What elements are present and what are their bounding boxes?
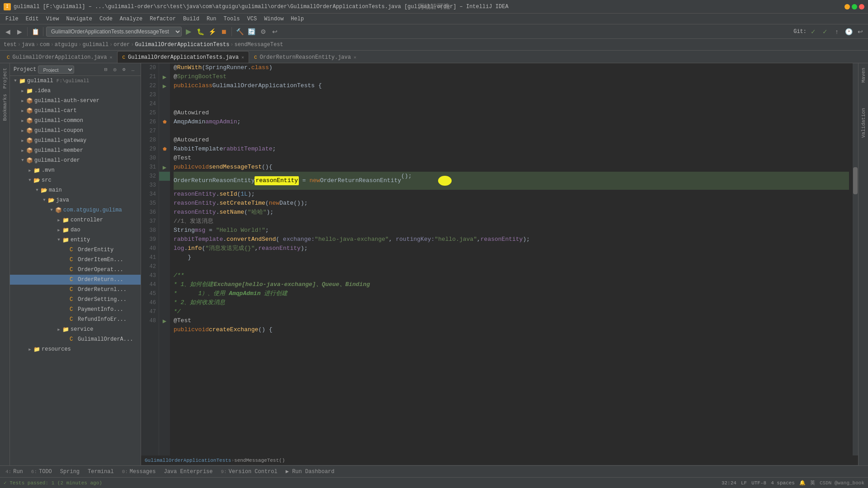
tree-item-member[interactable]: ▶ 📦 gulimall-member <box>10 145 141 155</box>
charset-indicator[interactable]: UTF-8 <box>751 480 766 486</box>
tree-item-refund-info[interactable]: C RefundInfoEr... <box>10 314 141 324</box>
tree-item-order[interactable]: ▼ 📦 gulimall-order <box>10 155 141 165</box>
left-vtab-project[interactable]: Project <box>1 65 9 91</box>
tree-item-java[interactable]: ▼ 📂 java <box>10 195 141 205</box>
run-config-select[interactable]: GulimallOrderApplicationTests.sendMessag… <box>46 27 182 37</box>
tab-order-return-reason[interactable]: C OrderReturnReasonEntity.java ✕ <box>249 51 361 63</box>
maximize-button[interactable] <box>852 4 857 9</box>
breadcrumb-atguigu[interactable]: atguigu <box>55 42 77 48</box>
menu-code[interactable]: Code <box>96 15 116 23</box>
tree-item-dao[interactable]: ▶ 📁 dao <box>10 225 141 235</box>
menu-navigate[interactable]: Navigate <box>62 15 96 23</box>
tree-item-pkg[interactable]: ▼ 📦 com.atguigu.gulima <box>10 205 141 215</box>
bottom-tab-todo[interactable]: 6: TODO <box>28 467 56 477</box>
tree-item-payment-info[interactable]: C PaymentInfo... <box>10 305 141 314</box>
menu-build[interactable]: Build <box>179 15 203 23</box>
bottom-tab-version-control[interactable]: 9: Version Control <box>217 467 281 477</box>
tree-item-entity[interactable]: ▼ 📁 entity <box>10 235 141 245</box>
tree-item-order-entity[interactable]: C OrderEntity <box>10 245 141 255</box>
locate-button[interactable]: ◎ <box>111 66 119 74</box>
bottom-tab-run-dashboard[interactable]: ▶ Run Dashboard <box>282 467 338 477</box>
gutter-run-22[interactable]: ▶ <box>163 82 166 90</box>
menu-tools[interactable]: Tools <box>220 15 244 23</box>
tree-item-order-item-entity[interactable]: C OrderItemEn... <box>10 255 141 265</box>
right-tab-validation[interactable]: Validation <box>860 105 867 141</box>
breadcrumb-java[interactable]: java <box>22 42 35 48</box>
close-button[interactable] <box>859 4 864 9</box>
menu-file[interactable]: File <box>2 15 22 23</box>
menu-analyze[interactable]: Analyze <box>116 15 146 23</box>
tree-item-idea[interactable]: ▶ 📁 .idea <box>10 86 141 96</box>
expand-button[interactable]: … <box>129 66 137 74</box>
code-editor[interactable]: @RunWith(SpringRunner.class) @SpringBoot… <box>170 63 853 455</box>
tree-item-gulimall[interactable]: ▼ 📁 gulimall F:\gulimall <box>10 76 141 86</box>
recent-files-button[interactable]: 📋 <box>30 27 40 37</box>
run-button[interactable]: ▶ <box>184 27 193 37</box>
breadcrumb-method[interactable]: sendMessageTest <box>235 42 283 48</box>
tab-gulimall-order-app[interactable]: C GulimallOrderApplication.java ✕ <box>2 51 117 63</box>
project-scope-select[interactable]: Project <box>38 66 74 74</box>
coverage-button[interactable]: ⚡ <box>207 27 217 37</box>
tree-item-main[interactable]: ▼ 📂 main <box>10 185 141 195</box>
undo-button[interactable]: ↩ <box>270 27 280 37</box>
tab-close-1[interactable]: ✕ <box>109 55 112 60</box>
gutter-run-21[interactable]: ▶ <box>163 73 166 81</box>
breadcrumb-com[interactable]: com <box>40 42 50 48</box>
indent-indicator[interactable]: 4 spaces <box>771 480 795 486</box>
tree-item-gulimall-order-app-class[interactable]: C GulimallOrderA... <box>10 334 141 344</box>
tree-item-cart[interactable]: ▶ 📦 gulimall-cart <box>10 106 141 116</box>
git-push-button[interactable]: ✓ <box>820 27 830 37</box>
menu-view[interactable]: View <box>42 15 63 23</box>
git-update-button[interactable]: ↑ <box>832 27 842 37</box>
bottom-tab-messages[interactable]: 0: Messages <box>118 467 160 477</box>
breadcrumb-class[interactable]: GulimallOrderApplicationTests <box>135 42 230 48</box>
tree-item-resources[interactable]: ▶ 📁 resources <box>10 344 141 354</box>
minimize-button[interactable] <box>844 4 850 9</box>
menu-refactor[interactable]: Refactor <box>146 15 179 23</box>
bottom-tab-terminal[interactable]: Terminal <box>84 467 118 477</box>
git-commit-button[interactable]: ✓ <box>808 27 818 37</box>
tab-close-3[interactable]: ✕ <box>354 55 356 60</box>
build-button[interactable]: 🔨 <box>235 27 245 37</box>
tree-item-gateway[interactable]: ▶ 📦 gulimall-gateway <box>10 136 141 145</box>
menu-edit[interactable]: Edit <box>22 15 42 23</box>
debug-button[interactable]: 🐛 <box>195 27 205 37</box>
stop-button[interactable]: ⏹ <box>219 27 229 37</box>
git-revert-button[interactable]: ↩ <box>855 27 865 37</box>
bottom-tab-spring[interactable]: Spring <box>57 467 83 477</box>
gutter-run-48[interactable]: ▶ <box>163 317 166 325</box>
notification-icon[interactable]: 🔔 <box>799 480 806 486</box>
forward-button[interactable]: ▶ <box>14 27 24 37</box>
tab-close-2[interactable]: ✕ <box>241 55 244 60</box>
position-indicator[interactable]: 32:24 <box>722 480 736 486</box>
tree-item-order-returnl[interactable]: C OrderReturnl... <box>10 285 141 295</box>
right-tab-maven[interactable]: Maven <box>860 65 867 85</box>
git-history-button[interactable]: 🕐 <box>844 27 854 37</box>
menu-help[interactable]: Help <box>287 15 307 23</box>
gutter-run-31[interactable]: ▶ <box>163 164 166 171</box>
tree-item-mvn[interactable]: ▶ 📁 .mvn <box>10 165 141 175</box>
line-ending-indicator[interactable]: LF <box>741 480 747 486</box>
bottom-tab-run[interactable]: 4: Run <box>2 467 27 477</box>
settings-button[interactable]: ⚙ <box>258 27 268 37</box>
left-vtab-bookmarks[interactable]: Bookmarks <box>1 91 9 123</box>
tree-item-order-operat[interactable]: C OrderOperat... <box>10 265 141 275</box>
back-button[interactable]: ◀ <box>3 27 13 37</box>
collapse-all-button[interactable]: ⊟ <box>102 66 110 74</box>
tree-item-src[interactable]: ▼ 📂 src <box>10 175 141 185</box>
breadcrumb-test[interactable]: test <box>4 42 17 48</box>
language-indicator[interactable]: 英 <box>810 479 815 486</box>
breadcrumb-order[interactable]: order <box>113 42 130 48</box>
code-scrollbar[interactable] <box>853 63 858 455</box>
menu-window[interactable]: Window <box>260 15 287 23</box>
tab-gulimall-order-tests[interactable]: C GulimallOrderApplicationTests.java ✕ <box>117 51 249 63</box>
tree-item-auth[interactable]: ▶ 📦 gulimall-auth-server <box>10 96 141 106</box>
menu-run[interactable]: Run <box>203 15 220 23</box>
tree-item-controller[interactable]: ▶ 📁 controller <box>10 215 141 225</box>
tree-item-service[interactable]: ▶ 📁 service <box>10 324 141 334</box>
sync-button[interactable]: 🔄 <box>246 27 256 37</box>
tree-item-coupon[interactable]: ▶ 📦 gulimall-coupon <box>10 126 141 136</box>
tree-item-common[interactable]: ▶ 📦 gulimall-common <box>10 116 141 126</box>
settings-icon[interactable]: ⚙ <box>120 66 128 74</box>
tree-item-order-setting[interactable]: C OrderSetting... <box>10 295 141 305</box>
